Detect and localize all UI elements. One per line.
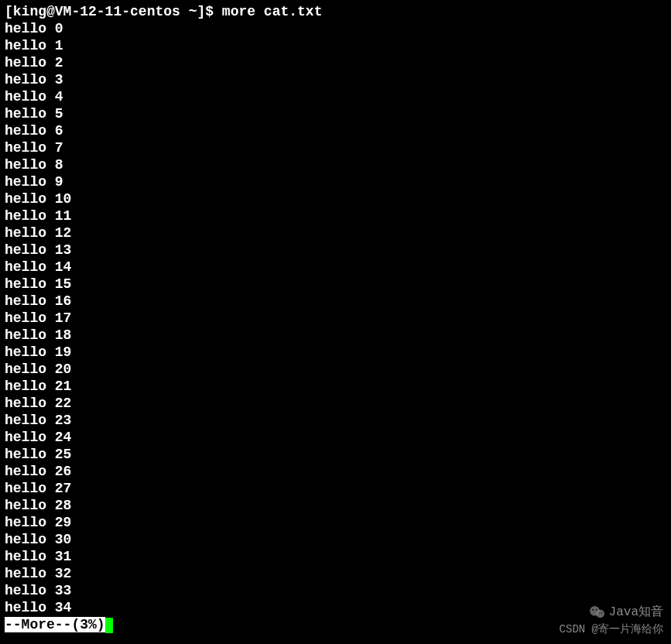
output-line: hello 9 — [5, 173, 666, 190]
output-line: hello 1 — [5, 37, 666, 54]
more-pager[interactable]: --More--(3%) — [5, 617, 113, 632]
output-line: hello 18 — [5, 327, 666, 344]
output-line: hello 21 — [5, 378, 666, 395]
output-line: hello 23 — [5, 412, 666, 429]
output-line: hello 2 — [5, 54, 666, 71]
output-line: hello 24 — [5, 429, 666, 446]
output-line: hello 32 — [5, 565, 666, 582]
terminal-output[interactable]: [king@VM-12-11-centos ~]$ more cat.txt h… — [0, 0, 671, 636]
output-line: hello 12 — [5, 224, 666, 242]
shell-prompt: [king@VM-12-11-centos ~]$ more cat.txt — [5, 3, 666, 20]
output-line: hello 11 — [5, 207, 666, 224]
output-line: hello 19 — [5, 344, 666, 361]
svg-point-1 — [596, 609, 604, 618]
cursor — [105, 618, 113, 633]
svg-point-3 — [595, 609, 597, 611]
watermark-text: Java知音 — [609, 604, 663, 621]
output-line: hello 34 — [5, 599, 666, 616]
output-line: hello 31 — [5, 548, 666, 565]
output-line: hello 0 — [5, 20, 666, 37]
svg-point-5 — [601, 612, 601, 613]
output-line: hello 29 — [5, 514, 666, 531]
output-line: hello 10 — [5, 190, 666, 207]
output-line: hello 5 — [5, 105, 666, 122]
output-line: hello 33 — [5, 582, 666, 599]
output-line: hello 26 — [5, 463, 666, 480]
output-line: hello 28 — [5, 497, 666, 514]
output-line: hello 4 — [5, 88, 666, 105]
output-line: hello 27 — [5, 480, 666, 497]
output-line: hello 6 — [5, 122, 666, 139]
output-line: hello 14 — [5, 259, 666, 276]
output-line: hello 20 — [5, 361, 666, 378]
watermark-csdn: CSDN @寄一片海给你 — [560, 621, 663, 638]
watermark-java: Java知音 — [589, 604, 663, 621]
more-status: --More--(3%) — [5, 617, 105, 632]
output-line: hello 30 — [5, 531, 666, 548]
svg-point-4 — [598, 612, 599, 613]
output-line: hello 13 — [5, 242, 666, 259]
output-line: hello 17 — [5, 310, 666, 327]
output-line: hello 16 — [5, 293, 666, 310]
output-line: hello 7 — [5, 139, 666, 156]
output-line: hello 8 — [5, 156, 666, 173]
output-line: hello 22 — [5, 395, 666, 412]
output-line: hello 3 — [5, 71, 666, 88]
wechat-icon — [589, 605, 606, 619]
output-line: hello 15 — [5, 276, 666, 293]
file-content: hello 0 hello 1 hello 2 hello 3 hello 4 … — [5, 20, 666, 616]
output-line: hello 25 — [5, 446, 666, 463]
svg-point-2 — [592, 609, 594, 611]
